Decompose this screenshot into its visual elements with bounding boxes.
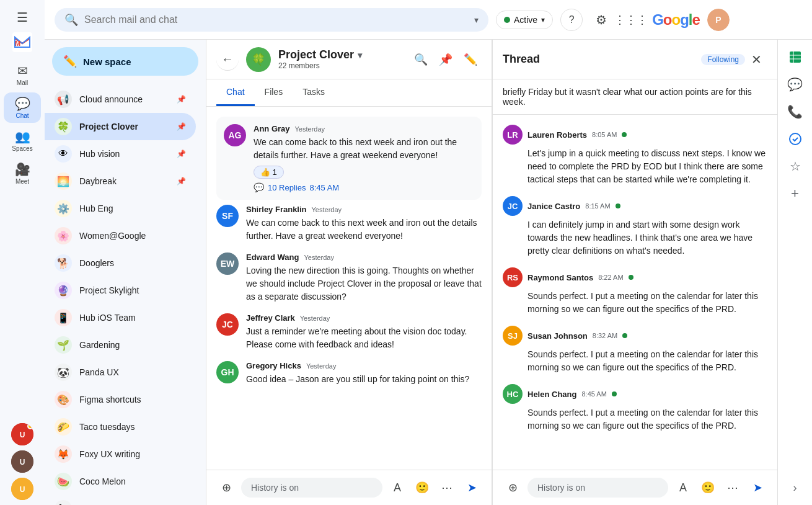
- pin-icon-daybreak: 📌: [177, 177, 186, 185]
- help-button[interactable]: ?: [560, 9, 583, 31]
- star-right-button[interactable]: ☆: [783, 154, 808, 179]
- thread-author-janice-castro: Janice Castro: [527, 202, 580, 211]
- thread-emoji-button[interactable]: 🙂: [698, 478, 718, 498]
- tasks-right-button[interactable]: [783, 127, 808, 151]
- more-options-button[interactable]: ⋯: [437, 478, 457, 498]
- coco-melon-label: Coco Melon: [79, 476, 186, 486]
- chat-right-button[interactable]: 💬: [783, 72, 808, 97]
- sidebar-item-hub-eng[interactable]: ⚙️ Hub Eng: [45, 195, 196, 222]
- sidebar-item-hub-ios-team[interactable]: 📱 Hub iOS Team: [45, 304, 196, 331]
- thread-intro: briefly Friday but it wasn't clear what …: [493, 79, 777, 115]
- message-content-edward-wang: Edward Wang Yesterday Loving the new dir…: [246, 253, 482, 303]
- thread-message-helen-chang: HC Helen Chang 8:45 AM Sounds perfect. I…: [503, 384, 767, 432]
- user-avatar-2[interactable]: U: [11, 450, 33, 473]
- message-group-ann-gray: AG Ann Gray Yesterday We can come back t…: [216, 117, 482, 200]
- add-button[interactable]: ⊕: [216, 478, 236, 498]
- thread-close-button[interactable]: ✕: [745, 48, 767, 71]
- user-avatar-1[interactable]: U: [11, 423, 33, 445]
- avatar-gregory-hicks: GH: [216, 361, 239, 383]
- cloud-announce-label: Cloud announce: [79, 94, 169, 104]
- sidebar-item-project-skylight[interactable]: 🔮 Project Skylight: [45, 277, 196, 304]
- svg-text:M: M: [15, 40, 20, 47]
- tab-chat[interactable]: Chat: [216, 79, 255, 106]
- sheets-button[interactable]: [783, 45, 808, 69]
- nav-mail[interactable]: ✉ Mail: [4, 60, 41, 90]
- format-button[interactable]: A: [387, 478, 407, 498]
- message-group-gregory-hicks: GH Gregory Hicks Yesterday Good idea – J…: [216, 356, 482, 391]
- sidebar-item-dooglers[interactable]: 🐕 Dooglers: [45, 249, 196, 277]
- replies-btn-ann-gray[interactable]: 💬 10 Replies 8:45 AM: [254, 182, 474, 192]
- profile-avatar[interactable]: P: [707, 9, 730, 31]
- ski-crew-icon: ⛷: [55, 500, 72, 505]
- thread-more-button[interactable]: ⋯: [723, 478, 743, 498]
- tab-files[interactable]: Files: [255, 79, 293, 106]
- space-title[interactable]: Project Clover ▾: [278, 48, 402, 61]
- thread-add-button[interactable]: ⊕: [503, 478, 523, 498]
- nav-spaces[interactable]: 👥 Spaces: [4, 125, 41, 156]
- thread-avatar-janice-castro: JC: [503, 196, 523, 216]
- nav-meet[interactable]: 🎥 Meet: [4, 158, 41, 189]
- thread-avatar-helen-chang: HC: [503, 384, 523, 404]
- status-dot: [504, 17, 510, 23]
- reaction-ann-gray[interactable]: 👍 1: [254, 166, 284, 179]
- nav-meet-label: Meet: [15, 178, 29, 185]
- sidebar-item-project-clover[interactable]: 🍀 Project Clover 📌: [45, 113, 196, 140]
- sidebar-item-cloud-announce[interactable]: 📢 Cloud announce 📌: [45, 86, 196, 113]
- add-right-button[interactable]: +: [783, 181, 808, 206]
- search-dropdown-icon[interactable]: ▾: [474, 15, 479, 25]
- thread-format-button[interactable]: A: [673, 478, 693, 498]
- phone-right-button[interactable]: 📞: [783, 99, 808, 124]
- header-actions: 🔍 📌 ✏️: [410, 48, 482, 71]
- back-button[interactable]: ←: [216, 48, 239, 71]
- online-dot-susan-johnson: [622, 333, 627, 338]
- sidebar-item-ski-crew[interactable]: ⛷ Ski crew: [45, 495, 196, 505]
- chat-search-button[interactable]: 🔍: [410, 48, 432, 71]
- thread-text-helen-chang: Sounds perfect. I put a meeting on the c…: [527, 406, 767, 432]
- sidebar-item-daybreak[interactable]: 🌅 Daybreak 📌: [45, 168, 196, 195]
- tab-tasks[interactable]: Tasks: [293, 79, 335, 106]
- pin-button[interactable]: 📌: [435, 48, 457, 71]
- apps-button[interactable]: ⋮⋮⋮: [620, 9, 642, 31]
- settings-button[interactable]: ⚙: [590, 9, 612, 31]
- message-input[interactable]: History is on: [241, 478, 382, 498]
- thread-author-lauren-roberts: Lauren Roberts: [527, 130, 587, 140]
- message-text-edward-wang: Loving the new direction this is going. …: [246, 264, 482, 303]
- compose-button[interactable]: ✏️: [459, 48, 482, 71]
- thread-message-lauren-roberts: LR Lauren Roberts 8:05 AM Let's jump in …: [503, 125, 767, 186]
- sidebar-item-foxy-ux-writing[interactable]: 🦊 Foxy UX writing: [45, 440, 196, 468]
- sidebar-item-women-at-google[interactable]: 🌸 Women@Google: [45, 222, 196, 249]
- search-input[interactable]: [84, 14, 468, 25]
- thread-send-button[interactable]: ➤: [748, 478, 767, 498]
- sidebar-item-taco-tuesdays[interactable]: 🌮 Taco tuesdays: [45, 413, 196, 440]
- icon-sidebar: ☰ M ✉ Mail 💬 Chat 👥 Spaces 🎥 Meet: [0, 0, 45, 505]
- gardening-label: Gardening: [79, 340, 186, 350]
- gardening-icon: 🌱: [55, 336, 72, 354]
- thread-time-janice-castro: 8:15 AM: [585, 202, 610, 210]
- status-button[interactable]: Active ▾: [496, 11, 553, 29]
- message-text-jeffrey-clark: Just a reminder we're meeting about the …: [246, 325, 482, 351]
- online-dot-raymond-santos: [629, 275, 633, 280]
- thread-input[interactable]: History is on: [527, 478, 668, 498]
- figma-shortcuts-label: Figma shortcuts: [79, 395, 186, 404]
- message-content-jeffrey-clark: Jeffrey Clark Yesterday Just a reminder …: [246, 313, 482, 351]
- message-text-gregory-hicks: Good idea – Jason are you still up for t…: [246, 373, 482, 386]
- send-button[interactable]: ➤: [462, 478, 482, 498]
- nav-chat[interactable]: 💬 Chat: [4, 92, 41, 123]
- emoji-button[interactable]: 🙂: [412, 478, 432, 498]
- sidebar-item-gardening[interactable]: 🌱 Gardening: [45, 331, 196, 359]
- sidebar-item-coco-melon[interactable]: 🍉 Coco Melon: [45, 468, 196, 495]
- sidebar-item-panda-ux[interactable]: 🐼 Panda UX: [45, 359, 196, 386]
- project-clover-label: Project Clover: [79, 122, 169, 132]
- project-skylight-label: Project Skylight: [79, 285, 186, 295]
- expand-button[interactable]: ›: [783, 475, 808, 500]
- user-avatar-3[interactable]: U: [11, 478, 33, 500]
- pin-icon-project-clover: 📌: [177, 122, 186, 131]
- search-bar[interactable]: 🔍 ▾: [55, 8, 488, 32]
- women-at-google-icon: 🌸: [55, 227, 72, 244]
- online-dot-janice-castro: [616, 203, 620, 208]
- sidebar-item-hub-vision[interactable]: 👁 Hub vision 📌: [45, 140, 196, 168]
- message-group-jeffrey-clark: JC Jeffrey Clark Yesterday Just a remind…: [216, 308, 482, 356]
- hamburger-menu[interactable]: ☰: [12, 5, 33, 30]
- new-space-button[interactable]: ✏️ New space: [52, 47, 198, 76]
- sidebar-item-figma-shortcuts[interactable]: 🎨 Figma shortcuts: [45, 386, 196, 413]
